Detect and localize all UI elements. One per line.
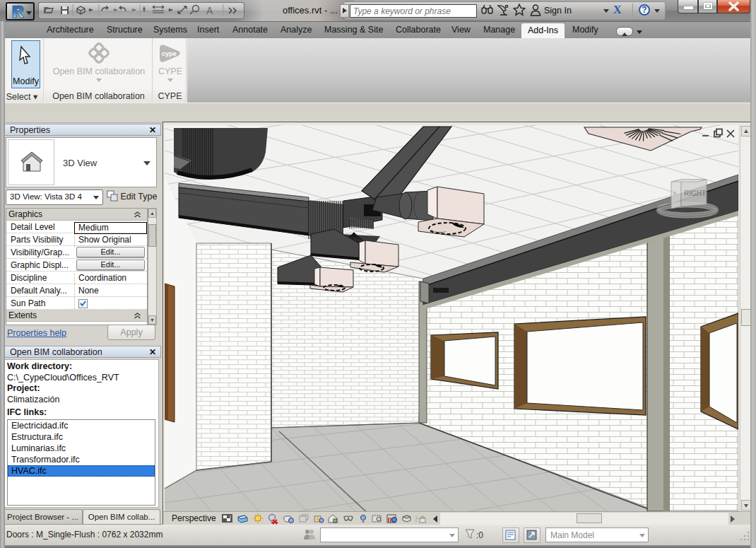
svg-text:RIGHT: RIGHT [684,190,706,197]
svg-text:X: X [673,190,677,197]
svg-text:A: A [206,5,213,16]
svg-text::0: :0 [476,530,483,540]
svg-text:cype: cype [162,50,177,57]
